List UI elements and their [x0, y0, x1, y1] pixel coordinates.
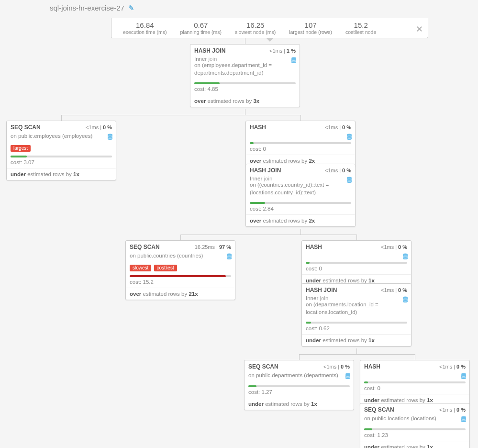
node-hash-join-departments[interactable]: HASH JOIN <1ms|0 % Inner join on (depart…	[301, 283, 411, 347]
summary-slowest-node: 16.25 slowest node (ms)	[228, 21, 282, 35]
summary-largest-node: 107 largest node (rows)	[282, 21, 339, 35]
node-hash-1[interactable]: HASH <1ms|0 % cost: 0 over estimated row…	[245, 121, 356, 167]
node-hash-2[interactable]: HASH <1ms|0 % cost: 0 under estimated ro…	[301, 240, 411, 287]
node-title: HASH	[364, 363, 439, 370]
node-seq-scan-locations[interactable]: SEQ SCAN <1ms|0 % on public.locations (l…	[360, 403, 470, 448]
database-icon	[402, 296, 408, 304]
node-hash-join-countries[interactable]: HASH JOIN <1ms|0 % Inner join on ((count…	[245, 164, 356, 227]
plan-tree: HASH JOIN <1ms|1 % Inner join on (employ…	[0, 38, 478, 448]
close-icon[interactable]: ✕	[416, 24, 423, 34]
database-icon	[346, 134, 352, 141]
tag-costliest: costliest	[154, 265, 177, 271]
database-icon	[402, 253, 408, 261]
node-seq-scan-departments[interactable]: SEQ SCAN <1ms|0 % on public.departments …	[244, 360, 354, 410]
node-title: SEQ SCAN	[130, 244, 195, 250]
database-icon	[291, 57, 297, 65]
summary-bar: 16.84 execution time (ms) 0.67 planning …	[111, 18, 428, 38]
database-icon	[345, 373, 351, 381]
node-title: HASH	[250, 124, 325, 131]
node-hash-join-root[interactable]: HASH JOIN <1ms|1 % Inner join on (employ…	[190, 44, 300, 107]
node-seq-scan-countries[interactable]: SEQ SCAN 16.25ms|97 % on public.countrie…	[125, 240, 235, 300]
title-text: sql-joins-hr-exercise-27	[50, 4, 124, 12]
edit-icon[interactable]: ✎	[128, 4, 134, 12]
tag-largest: largest	[11, 145, 31, 152]
page-title: sql-joins-hr-exercise-27 ✎	[0, 0, 478, 18]
summary-exec-time: 16.84 execution time (ms)	[116, 21, 174, 35]
database-icon	[107, 134, 113, 141]
database-icon	[226, 253, 232, 261]
node-title: HASH JOIN	[306, 287, 381, 293]
node-stats: <1ms|1 %	[269, 48, 296, 54]
summary-planning-time: 0.67 planning time (ms)	[174, 21, 228, 35]
node-title: SEQ SCAN	[11, 124, 86, 131]
node-hash-3[interactable]: HASH <1ms|0 % cost: 0 under estimated ro…	[360, 360, 470, 406]
database-icon	[346, 177, 352, 184]
tag-slowest: slowest	[130, 265, 151, 271]
summary-costliest-node: 15.2 costliest node	[339, 21, 383, 35]
node-title: SEQ SCAN	[248, 363, 323, 370]
node-title: HASH	[306, 244, 381, 250]
database-icon	[461, 416, 467, 424]
node-seq-scan-employees[interactable]: SEQ SCAN <1ms|0 % on public.employees (e…	[6, 121, 116, 180]
node-title: SEQ SCAN	[364, 406, 439, 413]
node-title: HASH JOIN	[194, 47, 269, 54]
database-icon	[461, 373, 467, 381]
node-title: HASH JOIN	[250, 167, 325, 174]
